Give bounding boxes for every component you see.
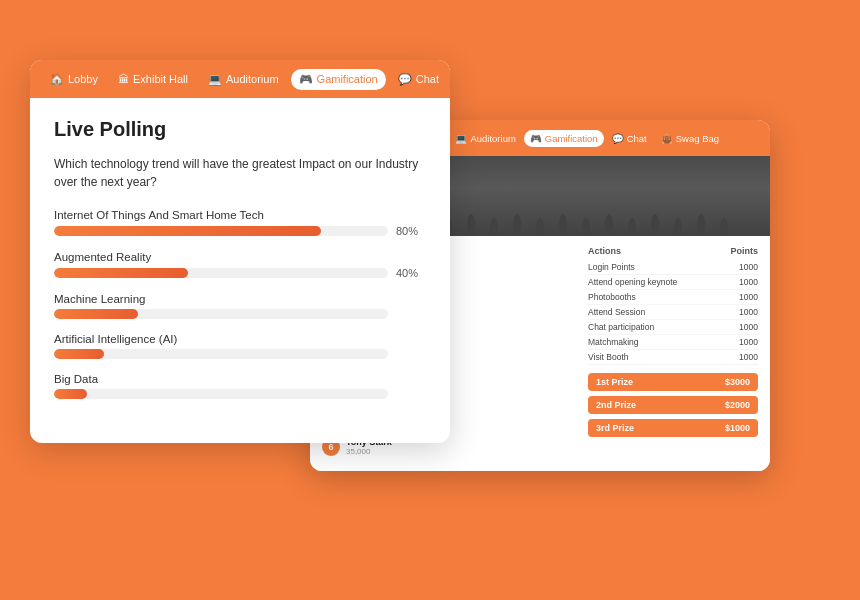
poll-track-4 xyxy=(54,349,388,359)
action-pts-5: 1000 xyxy=(739,322,758,332)
action-name-7: Visit Booth xyxy=(588,352,628,362)
poll-pct-2: 40% xyxy=(396,267,426,279)
action-row-5: Chat participation 1000 xyxy=(588,320,758,335)
lb-right: Actions Points Login Points 1000 Attend … xyxy=(578,246,758,461)
polling-title: Live Polling xyxy=(54,118,426,141)
poll-label-3: Machine Learning xyxy=(54,293,426,305)
prize-amount-1: $3000 xyxy=(725,377,750,387)
auditorium-icon: 💻 xyxy=(208,73,222,86)
poll-option-2[interactable]: Augmented Reality 40% xyxy=(54,251,426,279)
poll-track-1 xyxy=(54,226,388,236)
lb-auditorium-icon: 💻 xyxy=(455,133,467,144)
action-row-1: Login Points 1000 xyxy=(588,260,758,275)
poll-label-4: Artificial Intelligence (AI) xyxy=(54,333,426,345)
action-row-2: Attend opening keynote 1000 xyxy=(588,275,758,290)
polling-card: 🏠 Lobby 🏛 Exhibit Hall 💻 Auditorium 🎮 Ga… xyxy=(30,60,450,443)
home-icon: 🏠 xyxy=(50,73,64,86)
poll-fill-1 xyxy=(54,226,321,236)
prize-label-3: 3rd Prize xyxy=(596,423,634,433)
lb-nav-chat[interactable]: 💬 Chat xyxy=(606,130,653,147)
polling-question: Which technology trend will have the gre… xyxy=(54,155,426,191)
action-pts-4: 1000 xyxy=(739,307,758,317)
polling-nav-bar: 🏠 Lobby 🏛 Exhibit Hall 💻 Auditorium 🎮 Ga… xyxy=(30,60,450,98)
action-row-3: Photobooths 1000 xyxy=(588,290,758,305)
poll-bar-row-1: 80% xyxy=(54,225,426,237)
poll-fill-4 xyxy=(54,349,104,359)
poll-bar-row-5 xyxy=(54,389,426,399)
action-name-6: Matchmaking xyxy=(588,337,639,347)
poll-bar-row-2: 40% xyxy=(54,267,426,279)
prize-2: 2nd Prize $2000 xyxy=(588,396,758,414)
poll-track-3 xyxy=(54,309,388,319)
poll-label-5: Big Data xyxy=(54,373,426,385)
action-pts-1: 1000 xyxy=(739,262,758,272)
poll-pct-1: 80% xyxy=(396,225,426,237)
prize-3: 3rd Prize $1000 xyxy=(588,419,758,437)
action-pts-2: 1000 xyxy=(739,277,758,287)
poll-track-5 xyxy=(54,389,388,399)
points-col-label: Points xyxy=(730,246,758,256)
lb-swag-icon: 👜 xyxy=(661,133,673,144)
action-pts-3: 1000 xyxy=(739,292,758,302)
action-pts-6: 1000 xyxy=(739,337,758,347)
prize-label-2: 2nd Prize xyxy=(596,400,636,410)
lb-nav-swag[interactable]: 👜 Swag Bag xyxy=(655,130,725,147)
polling-content: Live Polling Which technology trend will… xyxy=(30,98,450,399)
lb-nav-gamification[interactable]: 🎮 Gamification xyxy=(524,130,604,147)
lb-nav-auditorium[interactable]: 💻 Auditorium xyxy=(449,130,521,147)
poll-option-4[interactable]: Artificial Intelligence (AI) xyxy=(54,333,426,359)
prize-section: 1st Prize $3000 2nd Prize $2000 3rd Priz… xyxy=(588,373,758,437)
poll-fill-2 xyxy=(54,268,188,278)
action-row-7: Visit Booth 1000 xyxy=(588,350,758,365)
poll-option-3[interactable]: Machine Learning xyxy=(54,293,426,319)
action-pts-7: 1000 xyxy=(739,352,758,362)
nav-gamification[interactable]: 🎮 Gamification xyxy=(291,69,386,90)
poll-label-1: Internet Of Things And Smart Home Tech xyxy=(54,209,426,221)
exhibit-icon: 🏛 xyxy=(118,73,129,85)
prize-amount-2: $2000 xyxy=(725,400,750,410)
gamification-icon: 🎮 xyxy=(299,73,313,86)
prize-amount-3: $1000 xyxy=(725,423,750,433)
nav-chat[interactable]: 💬 Chat xyxy=(390,69,447,90)
nav-auditorium[interactable]: 💻 Auditorium xyxy=(200,69,287,90)
poll-bar-row-4 xyxy=(54,349,426,359)
poll-option-5[interactable]: Big Data xyxy=(54,373,426,399)
actions-col-label: Actions xyxy=(588,246,621,256)
actions-header: Actions Points xyxy=(588,246,758,256)
nav-lobby[interactable]: 🏠 Lobby xyxy=(42,69,106,90)
action-row-6: Matchmaking 1000 xyxy=(588,335,758,350)
person-pts-6: 35,000 xyxy=(346,447,392,456)
action-row-4: Attend Session 1000 xyxy=(588,305,758,320)
poll-fill-5 xyxy=(54,389,87,399)
action-name-3: Photobooths xyxy=(588,292,636,302)
action-name-5: Chat participation xyxy=(588,322,654,332)
action-name-4: Attend Session xyxy=(588,307,645,317)
lb-gamification-icon: 🎮 xyxy=(530,133,542,144)
poll-track-2 xyxy=(54,268,388,278)
prize-label-1: 1st Prize xyxy=(596,377,633,387)
chat-icon: 💬 xyxy=(398,73,412,86)
action-name-1: Login Points xyxy=(588,262,635,272)
prize-1: 1st Prize $3000 xyxy=(588,373,758,391)
lb-chat-icon: 💬 xyxy=(612,133,624,144)
poll-bar-row-3 xyxy=(54,309,426,319)
poll-fill-3 xyxy=(54,309,138,319)
poll-label-2: Augmented Reality xyxy=(54,251,426,263)
nav-exhibit[interactable]: 🏛 Exhibit Hall xyxy=(110,69,196,89)
poll-option-1[interactable]: Internet Of Things And Smart Home Tech 8… xyxy=(54,209,426,237)
action-name-2: Attend opening keynote xyxy=(588,277,677,287)
